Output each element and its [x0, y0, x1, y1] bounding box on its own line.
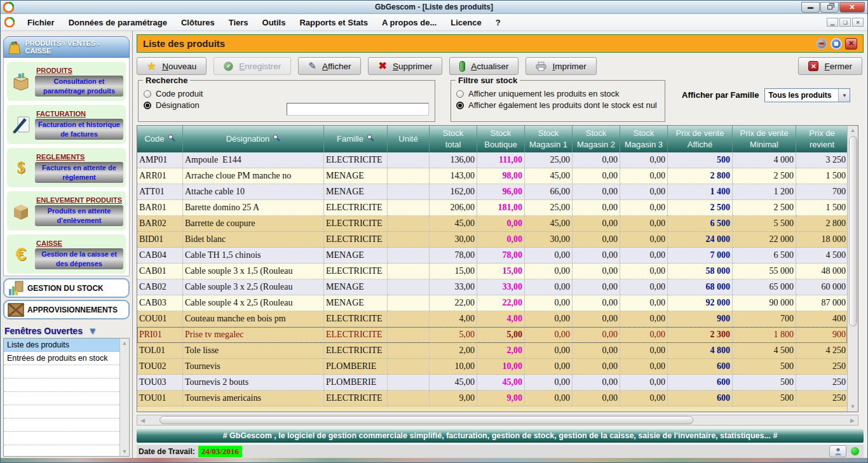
menu-item-outils[interactable]: Outils	[255, 16, 293, 29]
menu-item-fichier[interactable]: Fichier	[20, 16, 62, 29]
table-row-tol01[interactable]: TOL01Tole lisseELECTRICITE2,002,000,000,…	[137, 343, 847, 359]
table-row-cab02[interactable]: CAB02Cable souple 3 x 2,5 (RouleauMENAGE…	[137, 279, 847, 295]
search-option-code-produit[interactable]: Code produit	[144, 89, 430, 98]
mdi-minimize-button[interactable]: ▁	[827, 18, 838, 27]
column-header-stock-magasin-1[interactable]: Stock Magasin 1	[525, 126, 573, 152]
column-header-stock-magasin-2[interactable]: Stock Magasin 2	[573, 126, 620, 152]
table-row-cab03[interactable]: CAB03Cable souple 4 x 2,5 (RouleauMENAGE…	[137, 295, 847, 311]
menu-item-rapports-et-stats[interactable]: Rapports et Stats	[292, 16, 375, 29]
sidebar-button-produits[interactable]: Consultation et paramétrage produits	[35, 76, 123, 97]
search-icon[interactable]	[273, 133, 280, 145]
chevron-down-icon[interactable]: ▼	[838, 89, 850, 102]
panel-restore-button[interactable]	[831, 38, 842, 50]
menu-item-a-propos-de[interactable]: A propos de...	[375, 16, 444, 29]
afficher-button[interactable]: ✎Afficher	[298, 57, 361, 75]
table-row-tou02[interactable]: TOU02TournevisPLOMBERIE10,0010,000,000,0…	[137, 359, 847, 375]
cell: CAB01	[137, 264, 183, 279]
cell: ELECTRICITE	[324, 264, 388, 279]
search-input[interactable]	[287, 103, 429, 116]
sidebar-button-enlevement-produits[interactable]: Produits en attente d'enlèvement	[35, 205, 123, 226]
radio-icon[interactable]	[144, 90, 151, 98]
table-row-bar01[interactable]: BAR01Barette domino 25 AELECTRICITE206,0…	[137, 200, 847, 216]
table-row-cab04[interactable]: CAB04Cable TH 1,5 chinoisMENAGE78,0078,0…	[137, 248, 847, 264]
supprimer-button[interactable]: ✖Supprimer	[368, 57, 442, 75]
menu-item-donn-es-de-param-trage[interactable]: Données de paramétrage	[62, 16, 174, 29]
menu-item-licence[interactable]: Licence	[444, 16, 488, 29]
family-select[interactable]: Tous les produits ▼	[764, 88, 850, 102]
user-button[interactable]	[829, 445, 846, 457]
column-header-stock-total[interactable]: Stock total	[430, 126, 477, 152]
scroll-down-icon[interactable]: ▼	[850, 403, 856, 410]
horizontal-scroll-thumb[interactable]	[159, 416, 693, 424]
vertical-scroll-thumb[interactable]	[849, 136, 857, 326]
table-row-att01[interactable]: ATT01Attache cable 10MENAGE162,0096,0066…	[137, 184, 847, 200]
actualiser-button[interactable]: Actualiser	[449, 57, 519, 75]
column-header-stock-boutique[interactable]: Stock Boutique	[477, 126, 525, 152]
scroll-right-icon[interactable]: ▶	[847, 417, 858, 424]
cell: 22,00	[430, 295, 477, 311]
column-header-d-signation[interactable]: Désignation	[183, 126, 324, 152]
window-restore-button[interactable]	[820, 2, 839, 13]
table-row-bar02[interactable]: BAR02Barrette de coupureELECTRICITE45,00…	[137, 216, 847, 232]
column-header-prix-de-revient[interactable]: Prix de revient	[796, 126, 848, 152]
fermer-button[interactable]: ✕ Fermer	[798, 57, 862, 75]
window-minimize-button[interactable]: ▬	[801, 2, 820, 13]
menu-item-item[interactable]: ?	[489, 16, 508, 29]
open-window-item[interactable]: Entrées de produits en stock	[4, 352, 119, 365]
table-row-tou01[interactable]: TOU01Tournevis americainsELECTRICITE9,00…	[137, 391, 847, 406]
sidebar-button-reglements[interactable]: Factures en attente de règlement	[35, 162, 123, 183]
scroll-down-icon[interactable]: ▼	[122, 448, 128, 455]
table-row-cou01[interactable]: COU01Couteau manche en bois pmELECTRICIT…	[137, 311, 847, 327]
table-row-bid01[interactable]: BID01Bidet blancELECTRICITE30,000,0030,0…	[137, 232, 847, 248]
triangle-down-icon[interactable]: ▼	[88, 328, 97, 334]
table-row-arr01[interactable]: ARR01Arrache cloue PM manche noMENAGE143…	[137, 168, 847, 184]
cell: 78,00	[477, 248, 525, 264]
stock-filter-option-afficher-galement-les-produits-dont-le-stock-est-nul[interactable]: Afficher également les produits dont le …	[456, 100, 660, 110]
sidebar-button-facturation[interactable]: Facturation et historique de factures	[35, 119, 123, 140]
column-header-stock-magasin-3[interactable]: Stock Magasin 3	[620, 126, 668, 152]
radio-icon[interactable]	[456, 90, 464, 98]
table-row-cab01[interactable]: CAB01Cable souple 3 x 1,5 (RouleauELECTR…	[137, 264, 847, 279]
stock-filter-option-afficher-uniquement-les-produits-en-stock[interactable]: Afficher uniquement les produits en stoc…	[456, 89, 660, 98]
column-header-unit[interactable]: Unité	[388, 126, 430, 152]
menu-item-cl-tures[interactable]: Clôtures	[174, 16, 222, 29]
mdi-restore-button[interactable]: ❏	[839, 18, 851, 27]
cell: 1 500	[796, 168, 847, 184]
radio-icon[interactable]	[144, 102, 151, 109]
crate-icon	[7, 302, 25, 318]
column-header-famille[interactable]: Famille	[324, 126, 388, 152]
cell: Barette domino 25 A	[183, 200, 324, 216]
menu-item-tiers[interactable]: Tiers	[222, 16, 255, 29]
window-close-button[interactable]: ✕	[839, 2, 865, 13]
column-header-label: Prix de revient	[809, 128, 834, 150]
scroll-up-icon[interactable]: ▲	[122, 340, 128, 346]
search-icon[interactable]	[367, 133, 374, 145]
radio-icon[interactable]	[456, 102, 464, 109]
nouveau-button[interactable]: ★Nouveau	[137, 57, 207, 75]
sidebar-item-approvisionnements[interactable]: APPROVISIONNEMENTS	[3, 300, 130, 319]
column-header-prix-de-vente-minimal[interactable]: Prix de vente Minimal	[733, 126, 796, 152]
open-window-item[interactable]: Liste des produits	[4, 339, 119, 352]
footer-marquee: # GbGescom , le logiciel de gestion comm…	[137, 429, 864, 443]
title-bar: GbGescom - [Liste des produits] ▬ ✕	[1, 1, 867, 14]
column-header-label: Prix de vente Minimal	[740, 128, 789, 150]
sidebar-item-gestion-du-stock[interactable]: GESTION DU STOCK	[3, 278, 130, 298]
table-vertical-scrollbar[interactable]: ▲ ▼	[847, 126, 858, 412]
imprimer-button[interactable]: Imprimer	[526, 57, 596, 75]
search-icon[interactable]	[168, 133, 175, 145]
scroll-left-icon[interactable]: ◀	[137, 417, 148, 424]
column-header-code[interactable]: Code	[137, 126, 183, 152]
column-header-prix-de-vente-affich[interactable]: Prix de vente Affiché	[668, 126, 733, 152]
panel-close-button[interactable]: ✕	[845, 38, 857, 50]
scroll-up-icon[interactable]: ▲	[850, 127, 856, 133]
table-row-tou03[interactable]: TOU03Tournevis 2 boutsPLOMBERIE45,0045,0…	[137, 375, 847, 391]
cell: MENAGE	[324, 248, 388, 264]
sidebar-button-caisse[interactable]: Gestion de la caisse et des dépenses	[35, 248, 123, 269]
panel-minimize-button[interactable]	[816, 38, 827, 50]
cell: 87 000	[796, 295, 847, 311]
table-row-amp01[interactable]: AMP01Ampoule E144ELECTRICITE136,00111,00…	[137, 152, 847, 168]
table-horizontal-scrollbar[interactable]: ◀ ▶	[137, 415, 858, 426]
open-windows-scrollbar[interactable]: ▲▼	[119, 339, 129, 456]
mdi-close-button[interactable]: ✕	[852, 18, 864, 27]
table-row-pri01[interactable]: PRI01Prise tv megalecELECTRICITE5,005,00…	[137, 327, 847, 343]
